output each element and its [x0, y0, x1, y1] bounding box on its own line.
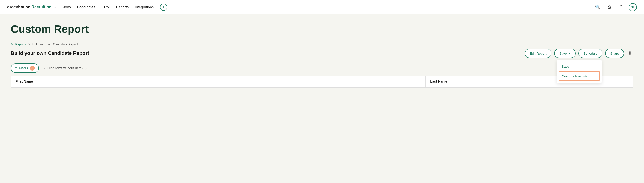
breadcrumb-current: Build your own Candidate Report: [32, 42, 78, 46]
page-title: Custom Report: [11, 24, 633, 35]
search-icon: 🔍: [595, 4, 601, 10]
navbar: greenhouse Recruiting ⌄ Jobs Candidates …: [0, 0, 644, 14]
main-content: Custom Report All Reports > Build your o…: [0, 14, 644, 183]
save-dropdown-button[interactable]: Save ▼: [554, 49, 576, 58]
report-table: First Name Last Name: [11, 76, 633, 88]
save-option[interactable]: Save: [557, 62, 602, 71]
nav-link-jobs[interactable]: Jobs: [63, 5, 71, 9]
report-header: Build your own Candidate Report Edit Rep…: [11, 49, 633, 58]
hide-rows-text: Hide rows without data (0): [48, 66, 86, 70]
brand-greenhouse: greenhouse: [7, 5, 30, 10]
add-nav-button[interactable]: +: [160, 4, 167, 11]
filter-count-badge: 5: [30, 66, 35, 70]
save-as-template-option[interactable]: Save as template: [559, 72, 600, 81]
help-icon: ?: [620, 4, 622, 10]
report-actions: Edit Report Save ▼ Schedule Share ⇓ Save…: [525, 49, 633, 58]
column-header-first-name: First Name: [11, 76, 426, 87]
nav-link-candidates[interactable]: Candidates: [77, 5, 95, 9]
nav-right: 🔍 ⚙ ? DL: [594, 3, 637, 11]
download-button[interactable]: ⇓: [627, 49, 633, 57]
column-header-last-name: Last Name: [426, 76, 633, 87]
breadcrumb-all-reports[interactable]: All Reports: [11, 42, 26, 46]
hide-rows-label[interactable]: ✓ Hide rows without data (0): [43, 66, 86, 70]
breadcrumb-separator: >: [28, 42, 30, 46]
share-button[interactable]: Share: [605, 49, 624, 58]
filter-icon: 〈〉: [15, 66, 17, 70]
brand-chevron-icon: ⌄: [53, 6, 56, 9]
brand-logo[interactable]: greenhouse Recruiting ⌄: [7, 5, 56, 10]
save-chevron-icon: ▼: [568, 52, 571, 55]
save-dropdown-menu: Save Save as template: [557, 60, 602, 83]
brand-recruiting: Recruiting: [32, 5, 52, 10]
edit-report-button[interactable]: Edit Report: [525, 49, 552, 58]
report-title: Build your own Candidate Report: [11, 50, 89, 56]
help-button[interactable]: ?: [617, 3, 625, 11]
settings-button[interactable]: ⚙: [605, 3, 614, 11]
nav-links: Jobs Candidates CRM Reports Integrations…: [63, 4, 586, 11]
filters-row: 〈〉 Filters 5 ✓ Hide rows without data (0…: [11, 64, 633, 73]
nav-link-crm[interactable]: CRM: [102, 5, 110, 9]
nav-link-reports[interactable]: Reports: [116, 5, 128, 9]
search-button[interactable]: 🔍: [594, 3, 602, 11]
table-header: First Name Last Name: [11, 76, 633, 88]
download-icon: ⇓: [628, 51, 632, 56]
breadcrumb: All Reports > Build your own Candidate R…: [11, 42, 633, 46]
checkmark-icon: ✓: [43, 66, 46, 70]
user-avatar[interactable]: DL: [629, 3, 637, 11]
schedule-button[interactable]: Schedule: [578, 49, 602, 58]
nav-link-integrations[interactable]: Integrations: [135, 5, 154, 9]
filters-button[interactable]: 〈〉 Filters 5: [11, 64, 39, 73]
gear-icon: ⚙: [607, 4, 612, 10]
filters-label: Filters: [19, 66, 28, 70]
